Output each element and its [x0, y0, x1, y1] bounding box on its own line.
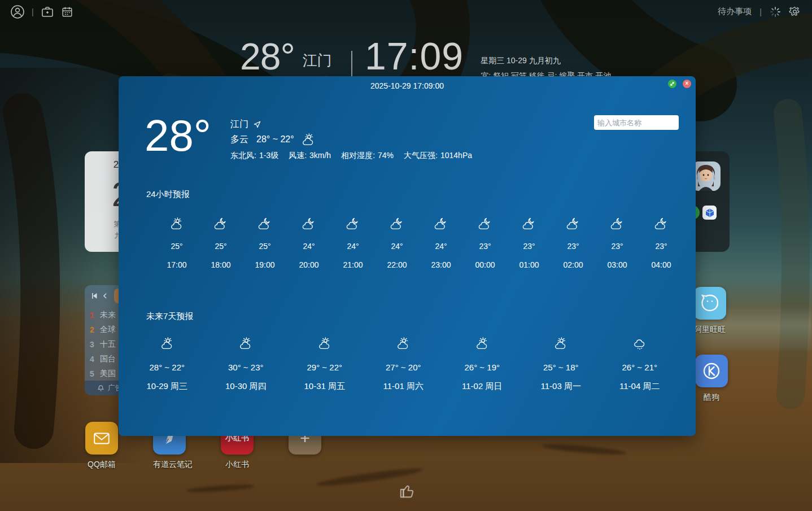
night-cloudy-icon — [566, 216, 580, 231]
hourly-forecast-item: 24°20:00 — [287, 216, 331, 269]
close-icon: × — [686, 81, 689, 86]
night-cloudy-icon — [654, 216, 669, 231]
day-cloudy-icon — [553, 336, 568, 351]
hourly-forecast-item-temp: 25° — [215, 242, 226, 251]
topbar-separator: | — [32, 7, 34, 16]
qq-mail-icon — [85, 422, 118, 455]
desktop-app-label: 阿里旺旺 — [693, 325, 726, 335]
daily-forecast-item-date: 10-29 周三 — [146, 381, 187, 392]
day-cloudy-icon — [160, 336, 174, 351]
dock-app-qq-mail[interactable]: QQ邮箱 — [85, 422, 118, 470]
news-title: 十五 — [100, 339, 116, 350]
daily-forecast-item: 25° ~ 18°11-03 周一 — [522, 336, 601, 392]
hourly-forecast-item-time: 22:00 — [387, 260, 407, 269]
daily-forecast-item-range: 30° ~ 23° — [228, 362, 263, 372]
dock-app-label: QQ邮箱 — [85, 460, 118, 470]
desktop-temp: 28° — [240, 36, 295, 77]
night-cloudy-icon — [213, 216, 228, 231]
weather-dialog: 2025-10-29 17:09:00 × 28° 江门 多云 — [119, 76, 696, 436]
aliwangwang-icon — [693, 287, 726, 320]
day-cloudy-icon — [317, 336, 332, 351]
skip-back-icon[interactable] — [90, 292, 98, 300]
hourly-forecast-item-time: 18:00 — [211, 260, 230, 269]
hourly-forecast-item: 23°04:00 — [639, 216, 683, 269]
like-thumbs-up-icon[interactable] — [397, 480, 416, 504]
night-cloudy-icon — [610, 216, 625, 231]
close-button[interactable]: × — [683, 80, 691, 88]
news-rank: 1 — [89, 311, 95, 320]
daily-forecast-item: 29° ~ 22°10-31 周五 — [285, 336, 364, 392]
hourly-forecast-item-time: 17:00 — [167, 260, 186, 269]
settings-gear-icon[interactable] — [789, 6, 801, 18]
modal-condition: 多云 — [230, 134, 248, 146]
daily-forecast-item-date: 10-31 周五 — [304, 381, 345, 392]
weather-detail: 东北风:1-3级 — [230, 151, 278, 161]
kugou-icon — [695, 355, 728, 387]
day-cloudy-icon — [238, 336, 253, 351]
news-title: 未来 — [100, 310, 116, 320]
daily-forecast-item-date: 11-04 周二 — [619, 381, 660, 392]
toolbox-icon[interactable] — [41, 5, 54, 19]
topbar-separator-right: | — [759, 7, 762, 16]
day-cloudy-icon — [396, 336, 411, 351]
expand-button[interactable] — [668, 80, 676, 88]
news-title: 美国 — [100, 369, 116, 379]
desktop-app-label: 酷狗 — [695, 392, 728, 403]
daily-forecast-item: 27° ~ 20°11-01 周六 — [364, 336, 443, 392]
daily-forecast-item-range: 26° ~ 19° — [465, 362, 500, 372]
hourly-forecast-item-time: 03:00 — [607, 260, 627, 269]
modal-city: 江门 — [230, 119, 248, 130]
desktop-app-aliwangwang[interactable]: 阿里旺旺 — [693, 287, 726, 335]
topbar-right: 待办事项 | — [718, 6, 801, 18]
topbar-left: | — [10, 5, 73, 19]
hourly-forecast-item-temp: 25° — [259, 242, 270, 251]
blue-cube-app-icon[interactable] — [702, 206, 717, 220]
desktop-city: 江门 — [303, 51, 339, 71]
hourly-forecast-item: 24°23:00 — [419, 216, 463, 269]
night-cloudy-icon — [346, 216, 360, 231]
rain-icon — [632, 336, 647, 351]
daily-forecast-item-range: 28° ~ 22° — [150, 362, 185, 372]
weather-detail: 风速:3km/h — [289, 151, 331, 161]
night-cloudy-icon — [478, 216, 492, 231]
hourly-forecast-item-temp: 24° — [303, 242, 315, 251]
modal-temp-range: 28° ~ 22° — [256, 134, 294, 145]
daily-section-label: 未来7天预报 — [146, 311, 193, 322]
daily-forecast-item-range: 25° ~ 18° — [543, 362, 578, 372]
hourly-forecast-item-temp: 24° — [347, 242, 359, 251]
desktop-date-line: 星期三 10-29 九月初九 — [481, 53, 611, 68]
daily-forecast-item-date: 10-30 周四 — [225, 381, 267, 392]
desktop-app-kugou[interactable]: 酷狗 — [695, 355, 728, 403]
refresh-spinner-icon[interactable] — [770, 6, 781, 18]
hourly-forecast-item-temp: 23° — [611, 242, 623, 251]
hourly-forecast-item-temp: 25° — [171, 242, 182, 251]
bell-icon — [97, 385, 104, 392]
modal-current-temp: 28° — [145, 113, 211, 158]
chevron-left-icon[interactable] — [102, 292, 108, 299]
day-cloudy-icon — [301, 133, 316, 147]
night-cloudy-icon — [302, 216, 316, 231]
hourly-forecast-item-time: 01:00 — [519, 260, 539, 269]
hourly-forecast-item-time: 23:00 — [431, 260, 451, 269]
user-profile-icon[interactable] — [10, 5, 25, 19]
todo-button[interactable]: 待办事项 — [718, 6, 752, 17]
daily-forecast-item-range: 29° ~ 22° — [307, 362, 342, 372]
hourly-forecast-item: 24°22:00 — [375, 216, 419, 269]
hourly-forecast-item-temp: 23° — [567, 242, 579, 251]
daily-forecast-item: 26° ~ 19°11-02 周日 — [443, 336, 522, 392]
hourly-forecast-item-temp: 24° — [435, 242, 447, 251]
hourly-forecast-item: 23°03:00 — [595, 216, 639, 269]
daily-forecast-item-date: 11-02 周日 — [462, 381, 502, 392]
hourly-forecast-item: 25°17:00 — [155, 216, 199, 269]
city-search-input[interactable] — [594, 115, 679, 130]
night-cloudy-icon — [390, 216, 404, 231]
night-cloudy-icon — [434, 216, 448, 231]
hourly-forecast-item-time: 21:00 — [343, 260, 363, 269]
hourly-forecast-item-temp: 23° — [479, 242, 491, 251]
news-title: 国台 — [100, 354, 116, 364]
news-title: 全球 — [100, 325, 116, 335]
calendar-icon[interactable] — [61, 6, 73, 18]
day-cloudy-icon — [169, 216, 184, 231]
night-cloudy-icon — [522, 216, 536, 231]
weather-detail: 大气压强:1014hPa — [404, 151, 472, 161]
